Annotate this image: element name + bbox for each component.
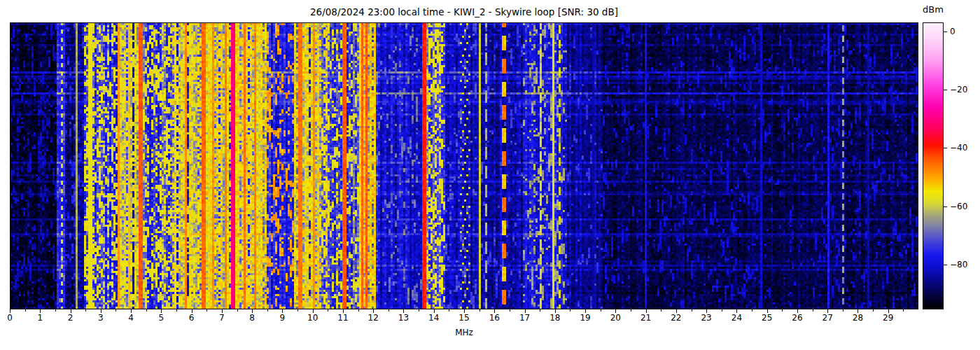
- x-minor-tick: [358, 309, 359, 312]
- colorbar-label: dBm: [912, 4, 954, 15]
- waterfall-plot: [10, 22, 918, 309]
- x-minor-tick: [449, 309, 449, 312]
- colorbar-tick: [944, 148, 947, 148]
- x-minor-tick: [388, 309, 389, 312]
- x-tick-label: 23: [701, 313, 711, 323]
- spectrogram-figure: 26/08/2024 23:00 local time - KIWI_2 - S…: [0, 0, 980, 350]
- x-tick-label: 13: [398, 313, 409, 323]
- colorbar-tick-label: −80: [950, 260, 967, 270]
- x-tick-label: 7: [219, 313, 225, 323]
- x-minor-tick: [298, 309, 298, 312]
- x-tick-label: 28: [853, 313, 863, 323]
- colorbar-tick: [944, 90, 947, 90]
- plot-title: 26/08/2024 23:00 local time - KIWI_2 - S…: [10, 6, 918, 18]
- x-minor-tick: [146, 309, 147, 312]
- colorbar-tick: [944, 31, 947, 32]
- x-minor-tick: [813, 309, 813, 312]
- x-minor-tick: [722, 309, 722, 312]
- x-minor-tick: [692, 309, 692, 312]
- x-tick-label: 16: [489, 313, 500, 323]
- x-tick-label: 21: [640, 313, 651, 323]
- colorbar-tick-label: −20: [950, 85, 967, 94]
- colorbar-tick-label: 0: [950, 27, 955, 36]
- x-minor-tick: [631, 309, 631, 312]
- x-tick-label: 3: [98, 313, 104, 323]
- x-tick-label: 8: [249, 313, 255, 323]
- x-tick-label: 19: [580, 313, 590, 323]
- colorbar: [923, 22, 944, 309]
- x-minor-tick: [85, 309, 86, 312]
- x-minor-tick: [176, 309, 177, 312]
- x-minor-tick: [873, 309, 874, 312]
- x-tick-label: 17: [519, 313, 530, 323]
- x-tick-label: 4: [128, 313, 134, 323]
- x-minor-tick: [206, 309, 207, 312]
- x-minor-tick: [601, 309, 601, 312]
- x-minor-tick: [419, 309, 419, 312]
- x-tick-label: 14: [428, 313, 439, 323]
- x-tick-label: 18: [550, 313, 560, 323]
- x-tick-label: 12: [368, 313, 379, 323]
- x-minor-tick: [752, 309, 752, 312]
- colorbar-tick: [944, 265, 947, 265]
- colorbar-tick-label: −40: [950, 143, 967, 153]
- x-axis-label: MHz: [10, 328, 918, 337]
- waterfall-canvas: [10, 23, 918, 309]
- x-minor-tick: [25, 309, 26, 312]
- x-minor-tick: [782, 309, 783, 312]
- x-minor-tick: [540, 309, 540, 312]
- x-tick-label: 10: [307, 313, 318, 323]
- x-tick-label: 27: [822, 313, 833, 323]
- x-tick-label: 6: [189, 313, 195, 323]
- x-tick-label: 15: [458, 313, 469, 323]
- x-minor-tick: [903, 309, 904, 312]
- x-minor-tick: [479, 309, 480, 312]
- x-minor-tick: [55, 309, 56, 312]
- x-minor-tick: [328, 309, 328, 312]
- colorbar-tick: [944, 206, 947, 207]
- x-tick-label: 9: [280, 313, 286, 323]
- x-tick-label: 29: [883, 313, 893, 323]
- x-minor-tick: [267, 309, 268, 312]
- x-tick-label: 2: [68, 313, 74, 323]
- x-tick-label: 11: [337, 313, 348, 323]
- x-tick-label: 25: [762, 313, 772, 323]
- x-minor-tick: [570, 309, 570, 312]
- x-minor-tick: [115, 309, 116, 312]
- x-tick-label: 5: [159, 313, 164, 323]
- x-minor-tick: [510, 309, 510, 312]
- x-tick-label: 22: [671, 313, 681, 323]
- x-minor-tick: [843, 309, 844, 312]
- colorbar-tick-label: −60: [950, 202, 967, 211]
- x-tick-label: 24: [732, 313, 742, 323]
- x-minor-tick: [237, 309, 238, 312]
- x-minor-tick: [661, 309, 662, 312]
- x-tick-label: 26: [792, 313, 802, 323]
- x-tick-label: 20: [610, 313, 621, 323]
- x-tick-label: 0: [7, 313, 13, 323]
- x-tick-label: 1: [37, 313, 43, 323]
